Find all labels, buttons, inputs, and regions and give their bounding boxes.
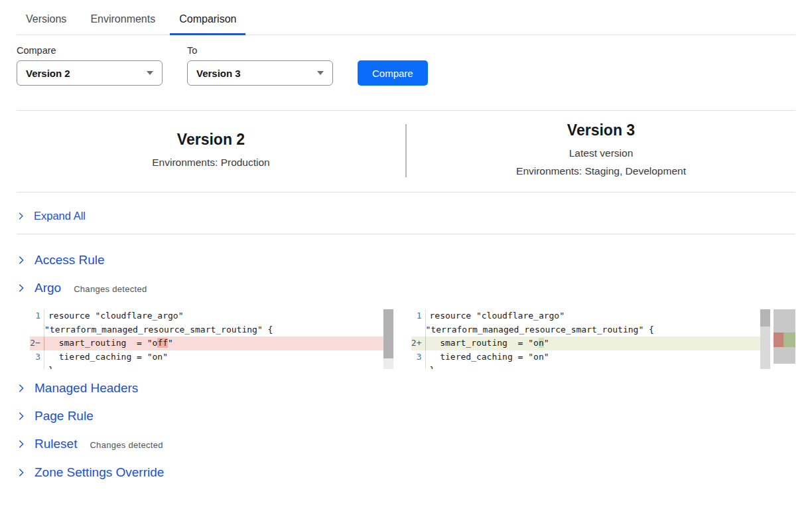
line-number: 2−: [30, 336, 44, 350]
compare-to-value: Version 3: [196, 68, 241, 79]
code-text: smart_routing = "on": [426, 336, 549, 350]
expand-all-label: Expand All: [34, 210, 86, 222]
compare-form: Compare Version 2 To Version 3 Compare: [17, 45, 795, 86]
code-text: }: [44, 364, 54, 369]
code-line: "terraform_managed_resource_smart_routin…: [30, 323, 393, 337]
line-number: [411, 323, 426, 337]
chevron-right-icon: [17, 384, 26, 393]
line-number: 1: [411, 309, 426, 323]
diff-change-marker: [774, 333, 795, 347]
line-number: 3: [30, 350, 44, 364]
line-number: [30, 364, 44, 369]
compare-button[interactable]: Compare: [358, 60, 428, 86]
section-label: Managed Headers: [34, 381, 138, 396]
version-left-environments: Environments: Production: [17, 153, 405, 171]
code-line: }: [30, 364, 393, 369]
right-scrollbar[interactable]: [760, 309, 770, 369]
changes-detected-badge: Changes detected: [90, 440, 163, 450]
section-label: Ruleset: [34, 437, 77, 451]
tab-comparison[interactable]: Comparison: [170, 8, 245, 35]
line-number: [30, 323, 44, 337]
tab-versions[interactable]: Versions: [17, 8, 76, 35]
line-number: [411, 364, 426, 369]
version-right-header: Version 3 Latest version Environments: S…: [407, 121, 795, 180]
section-label: Zone Settings Override: [34, 465, 164, 480]
code-line-removed: 2− smart_routing = "off": [30, 336, 393, 350]
changes-detected-badge: Changes detected: [74, 284, 147, 294]
added-marker: [783, 333, 795, 347]
version-right-environments: Environments: Staging, Development: [407, 162, 795, 180]
divider: [17, 234, 795, 234]
section-zone-settings-override[interactable]: Zone Settings Override: [17, 465, 795, 480]
line-number: 1: [30, 309, 44, 323]
code-text: "terraform_managed_resource_smart_routin…: [426, 323, 654, 337]
code-text: resource "cloudflare_argo": [44, 309, 184, 323]
section-argo[interactable]: Argo Changes detected: [17, 281, 795, 295]
code-text: }: [426, 364, 435, 369]
chevron-right-icon: [17, 439, 26, 449]
diff-left-panel: 1 resource "cloudflare_argo" "terraform_…: [30, 309, 393, 369]
chevron-down-icon: [147, 71, 153, 75]
line-number: 2+: [411, 336, 426, 350]
section-page-rule[interactable]: Page Rule: [17, 409, 795, 423]
removed-marker: [774, 333, 783, 347]
left-scrollbar[interactable]: [383, 309, 393, 369]
code-text: "terraform_managed_resource_smart_routin…: [44, 323, 273, 337]
section-access-rule[interactable]: Access Rule: [17, 253, 795, 267]
version-right-latest-label: Latest version: [407, 144, 795, 162]
section-ruleset[interactable]: Ruleset Changes detected: [17, 437, 795, 451]
code-line: 1 resource "cloudflare_argo": [30, 309, 393, 323]
expand-all-button[interactable]: Expand All: [17, 192, 795, 234]
code-line: 1 resource "cloudflare_argo": [411, 309, 771, 323]
code-line-added: 2+ smart_routing = "on": [411, 336, 771, 350]
version-headers: Version 2 Environments: Production Versi…: [17, 111, 795, 192]
resource-sections: Access Rule Argo Changes detected 1 reso…: [17, 253, 795, 480]
compare-to-select[interactable]: Version 3: [187, 60, 333, 86]
version-left-title: Version 2: [17, 131, 405, 149]
code-text: tiered_caching = "on": [44, 350, 168, 364]
line-number: 3: [411, 350, 426, 364]
code-text: tiered_caching = "on": [426, 350, 549, 364]
left-scrollbar-thumb[interactable]: [383, 309, 393, 358]
section-managed-headers[interactable]: Managed Headers: [17, 381, 795, 396]
section-label: Page Rule: [34, 409, 94, 423]
removed-char-highlight: ff: [157, 338, 168, 348]
code-line: 3 tiered_caching = "on": [30, 350, 393, 364]
section-label: Access Rule: [34, 253, 105, 267]
compare-from-label: Compare: [17, 45, 163, 56]
diff-right-panel: 1 resource "cloudflare_argo" "terraform_…: [411, 309, 771, 369]
version-right-title: Version 3: [407, 121, 795, 139]
section-label: Argo: [34, 281, 61, 295]
added-char-highlight: n: [539, 338, 544, 348]
code-line: }: [411, 364, 771, 369]
code-text: resource "cloudflare_argo": [426, 309, 565, 323]
diff-overview-ruler: [774, 309, 795, 364]
right-scrollbar-thumb[interactable]: [760, 309, 770, 327]
compare-to-label: To: [187, 45, 333, 56]
code-line: 3 tiered_caching = "on": [411, 350, 771, 364]
chevron-right-icon: [17, 468, 26, 477]
version-left-header: Version 2 Environments: Production: [17, 131, 405, 171]
code-line: "terraform_managed_resource_smart_routin…: [411, 323, 771, 337]
argo-diff-viewer: 1 resource "cloudflare_argo" "terraform_…: [30, 309, 795, 369]
code-text: smart_routing = "off": [44, 336, 173, 350]
compare-from-value: Version 2: [26, 68, 70, 79]
compare-from-select[interactable]: Version 2: [17, 60, 163, 86]
chevron-right-icon: [17, 256, 26, 265]
chevron-right-icon: [17, 212, 25, 220]
tab-bar: Versions Environments Comparison: [17, 0, 795, 35]
chevron-right-icon: [17, 283, 26, 293]
chevron-down-icon: [317, 71, 324, 75]
tab-environments[interactable]: Environments: [81, 8, 165, 35]
chevron-right-icon: [17, 411, 26, 421]
